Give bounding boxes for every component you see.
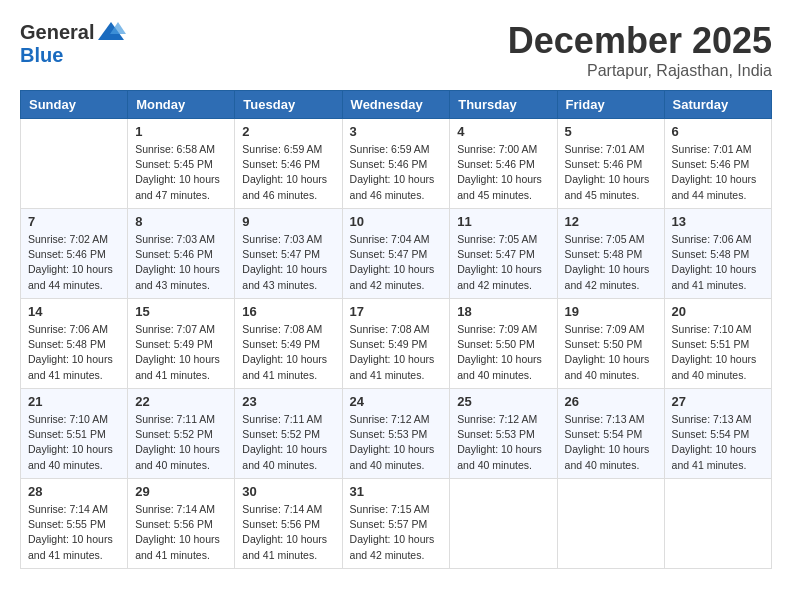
week-row-4: 21Sunrise: 7:10 AMSunset: 5:51 PMDayligh… xyxy=(21,389,772,479)
week-row-1: 1Sunrise: 6:58 AMSunset: 5:45 PMDaylight… xyxy=(21,119,772,209)
calendar-cell: 20Sunrise: 7:10 AMSunset: 5:51 PMDayligh… xyxy=(664,299,771,389)
weekday-header-thursday: Thursday xyxy=(450,91,557,119)
cell-date: 10 xyxy=(350,214,443,229)
cell-info: Sunrise: 7:01 AMSunset: 5:46 PMDaylight:… xyxy=(565,142,657,203)
cell-date: 15 xyxy=(135,304,227,319)
calendar-cell: 14Sunrise: 7:06 AMSunset: 5:48 PMDayligh… xyxy=(21,299,128,389)
cell-date: 28 xyxy=(28,484,120,499)
cell-info: Sunrise: 7:08 AMSunset: 5:49 PMDaylight:… xyxy=(350,322,443,383)
cell-date: 4 xyxy=(457,124,549,139)
weekday-header-monday: Monday xyxy=(128,91,235,119)
calendar-cell: 1Sunrise: 6:58 AMSunset: 5:45 PMDaylight… xyxy=(128,119,235,209)
cell-info: Sunrise: 7:11 AMSunset: 5:52 PMDaylight:… xyxy=(135,412,227,473)
week-row-2: 7Sunrise: 7:02 AMSunset: 5:46 PMDaylight… xyxy=(21,209,772,299)
cell-info: Sunrise: 7:07 AMSunset: 5:49 PMDaylight:… xyxy=(135,322,227,383)
calendar-cell: 25Sunrise: 7:12 AMSunset: 5:53 PMDayligh… xyxy=(450,389,557,479)
cell-date: 9 xyxy=(242,214,334,229)
weekday-header-friday: Friday xyxy=(557,91,664,119)
cell-info: Sunrise: 7:14 AMSunset: 5:56 PMDaylight:… xyxy=(135,502,227,563)
cell-date: 23 xyxy=(242,394,334,409)
cell-info: Sunrise: 7:05 AMSunset: 5:48 PMDaylight:… xyxy=(565,232,657,293)
weekday-header-saturday: Saturday xyxy=(664,91,771,119)
cell-date: 7 xyxy=(28,214,120,229)
calendar-cell xyxy=(557,479,664,569)
calendar-cell: 6Sunrise: 7:01 AMSunset: 5:46 PMDaylight… xyxy=(664,119,771,209)
cell-info: Sunrise: 7:01 AMSunset: 5:46 PMDaylight:… xyxy=(672,142,764,203)
calendar-table: SundayMondayTuesdayWednesdayThursdayFrid… xyxy=(20,90,772,569)
location-title: Partapur, Rajasthan, India xyxy=(508,62,772,80)
cell-date: 13 xyxy=(672,214,764,229)
cell-info: Sunrise: 7:14 AMSunset: 5:55 PMDaylight:… xyxy=(28,502,120,563)
cell-date: 14 xyxy=(28,304,120,319)
weekday-header-wednesday: Wednesday xyxy=(342,91,450,119)
calendar-cell: 28Sunrise: 7:14 AMSunset: 5:55 PMDayligh… xyxy=(21,479,128,569)
cell-info: Sunrise: 7:13 AMSunset: 5:54 PMDaylight:… xyxy=(672,412,764,473)
cell-date: 30 xyxy=(242,484,334,499)
cell-info: Sunrise: 7:12 AMSunset: 5:53 PMDaylight:… xyxy=(350,412,443,473)
calendar-cell: 24Sunrise: 7:12 AMSunset: 5:53 PMDayligh… xyxy=(342,389,450,479)
calendar-cell: 10Sunrise: 7:04 AMSunset: 5:47 PMDayligh… xyxy=(342,209,450,299)
cell-info: Sunrise: 7:06 AMSunset: 5:48 PMDaylight:… xyxy=(28,322,120,383)
cell-date: 1 xyxy=(135,124,227,139)
cell-info: Sunrise: 7:03 AMSunset: 5:46 PMDaylight:… xyxy=(135,232,227,293)
cell-date: 19 xyxy=(565,304,657,319)
cell-date: 3 xyxy=(350,124,443,139)
logo-icon xyxy=(96,20,126,44)
cell-info: Sunrise: 7:10 AMSunset: 5:51 PMDaylight:… xyxy=(672,322,764,383)
cell-date: 20 xyxy=(672,304,764,319)
calendar-cell: 23Sunrise: 7:11 AMSunset: 5:52 PMDayligh… xyxy=(235,389,342,479)
calendar-cell: 2Sunrise: 6:59 AMSunset: 5:46 PMDaylight… xyxy=(235,119,342,209)
cell-date: 24 xyxy=(350,394,443,409)
cell-info: Sunrise: 7:10 AMSunset: 5:51 PMDaylight:… xyxy=(28,412,120,473)
cell-date: 6 xyxy=(672,124,764,139)
weekday-header-tuesday: Tuesday xyxy=(235,91,342,119)
calendar-cell: 29Sunrise: 7:14 AMSunset: 5:56 PMDayligh… xyxy=(128,479,235,569)
cell-date: 5 xyxy=(565,124,657,139)
calendar-cell: 15Sunrise: 7:07 AMSunset: 5:49 PMDayligh… xyxy=(128,299,235,389)
cell-date: 25 xyxy=(457,394,549,409)
logo: General Blue xyxy=(20,20,126,67)
weekday-header-row: SundayMondayTuesdayWednesdayThursdayFrid… xyxy=(21,91,772,119)
cell-info: Sunrise: 6:58 AMSunset: 5:45 PMDaylight:… xyxy=(135,142,227,203)
cell-info: Sunrise: 7:12 AMSunset: 5:53 PMDaylight:… xyxy=(457,412,549,473)
cell-date: 8 xyxy=(135,214,227,229)
page-header: General Blue December 2025 Partapur, Raj… xyxy=(20,20,772,80)
cell-date: 31 xyxy=(350,484,443,499)
calendar-cell: 26Sunrise: 7:13 AMSunset: 5:54 PMDayligh… xyxy=(557,389,664,479)
calendar-cell: 22Sunrise: 7:11 AMSunset: 5:52 PMDayligh… xyxy=(128,389,235,479)
calendar-cell: 31Sunrise: 7:15 AMSunset: 5:57 PMDayligh… xyxy=(342,479,450,569)
calendar-cell xyxy=(664,479,771,569)
calendar-cell: 13Sunrise: 7:06 AMSunset: 5:48 PMDayligh… xyxy=(664,209,771,299)
weekday-header-sunday: Sunday xyxy=(21,91,128,119)
calendar-cell: 3Sunrise: 6:59 AMSunset: 5:46 PMDaylight… xyxy=(342,119,450,209)
cell-info: Sunrise: 7:02 AMSunset: 5:46 PMDaylight:… xyxy=(28,232,120,293)
cell-info: Sunrise: 7:06 AMSunset: 5:48 PMDaylight:… xyxy=(672,232,764,293)
calendar-cell: 17Sunrise: 7:08 AMSunset: 5:49 PMDayligh… xyxy=(342,299,450,389)
cell-info: Sunrise: 7:14 AMSunset: 5:56 PMDaylight:… xyxy=(242,502,334,563)
cell-date: 2 xyxy=(242,124,334,139)
calendar-cell: 5Sunrise: 7:01 AMSunset: 5:46 PMDaylight… xyxy=(557,119,664,209)
week-row-5: 28Sunrise: 7:14 AMSunset: 5:55 PMDayligh… xyxy=(21,479,772,569)
cell-info: Sunrise: 7:09 AMSunset: 5:50 PMDaylight:… xyxy=(457,322,549,383)
calendar-cell: 7Sunrise: 7:02 AMSunset: 5:46 PMDaylight… xyxy=(21,209,128,299)
logo-blue-text: Blue xyxy=(20,44,63,67)
calendar-cell: 18Sunrise: 7:09 AMSunset: 5:50 PMDayligh… xyxy=(450,299,557,389)
cell-info: Sunrise: 7:09 AMSunset: 5:50 PMDaylight:… xyxy=(565,322,657,383)
cell-date: 21 xyxy=(28,394,120,409)
cell-info: Sunrise: 7:05 AMSunset: 5:47 PMDaylight:… xyxy=(457,232,549,293)
cell-info: Sunrise: 7:04 AMSunset: 5:47 PMDaylight:… xyxy=(350,232,443,293)
cell-info: Sunrise: 7:08 AMSunset: 5:49 PMDaylight:… xyxy=(242,322,334,383)
calendar-cell: 4Sunrise: 7:00 AMSunset: 5:46 PMDaylight… xyxy=(450,119,557,209)
calendar-cell: 16Sunrise: 7:08 AMSunset: 5:49 PMDayligh… xyxy=(235,299,342,389)
calendar-cell: 19Sunrise: 7:09 AMSunset: 5:50 PMDayligh… xyxy=(557,299,664,389)
cell-date: 16 xyxy=(242,304,334,319)
cell-date: 17 xyxy=(350,304,443,319)
calendar-cell: 11Sunrise: 7:05 AMSunset: 5:47 PMDayligh… xyxy=(450,209,557,299)
cell-date: 11 xyxy=(457,214,549,229)
cell-info: Sunrise: 7:11 AMSunset: 5:52 PMDaylight:… xyxy=(242,412,334,473)
cell-date: 26 xyxy=(565,394,657,409)
cell-date: 27 xyxy=(672,394,764,409)
cell-info: Sunrise: 7:00 AMSunset: 5:46 PMDaylight:… xyxy=(457,142,549,203)
title-block: December 2025 Partapur, Rajasthan, India xyxy=(508,20,772,80)
calendar-cell: 12Sunrise: 7:05 AMSunset: 5:48 PMDayligh… xyxy=(557,209,664,299)
